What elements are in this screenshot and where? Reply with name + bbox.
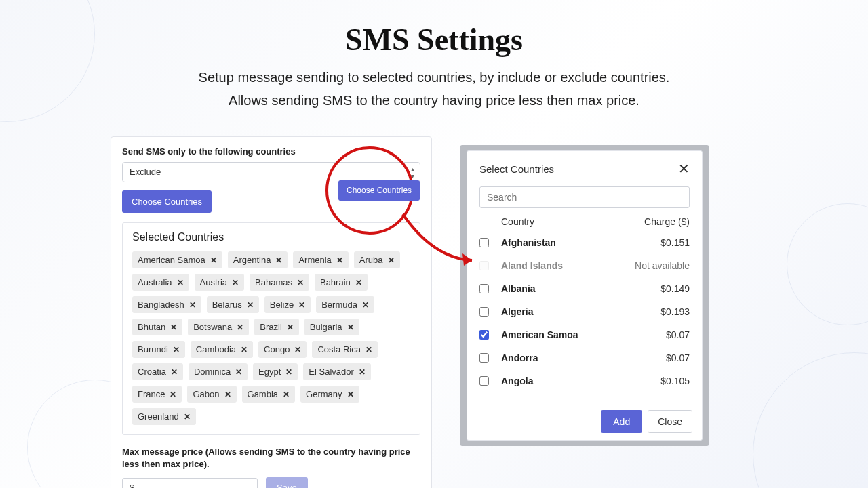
add-button[interactable]: Add	[601, 410, 642, 433]
country-tag: Egypt✕	[253, 363, 298, 380]
remove-tag-icon[interactable]: ✕	[287, 323, 294, 332]
country-name: Angola	[501, 375, 660, 386]
remove-tag-icon[interactable]: ✕	[347, 390, 354, 399]
remove-tag-icon[interactable]: ✕	[210, 256, 217, 265]
remove-tag-icon[interactable]: ✕	[283, 390, 290, 399]
country-tag: Belize✕	[264, 296, 311, 313]
remove-tag-icon[interactable]: ✕	[247, 300, 254, 310]
save-button[interactable]: Save	[266, 477, 308, 488]
country-name: Albania	[501, 283, 660, 294]
remove-tag-icon[interactable]: ✕	[355, 278, 362, 287]
country-tag: American Samoa✕	[132, 251, 222, 268]
remove-tag-icon[interactable]: ✕	[177, 278, 184, 287]
country-tag: Bermuda✕	[316, 296, 374, 313]
country-tag: Bahrain✕	[315, 274, 368, 291]
remove-tag-icon[interactable]: ✕	[388, 256, 395, 265]
remove-tag-icon[interactable]: ✕	[294, 345, 301, 354]
country-row[interactable]: Algeria$0.193	[479, 300, 690, 323]
remove-tag-icon[interactable]: ✕	[235, 367, 242, 377]
remove-tag-icon[interactable]: ✕	[189, 300, 196, 310]
arrow-icon	[396, 201, 484, 272]
remove-tag-icon[interactable]: ✕	[362, 300, 369, 310]
country-charge: $0.149	[660, 283, 690, 294]
country-tag: Congo✕	[258, 341, 307, 358]
country-tag: Botswana✕	[188, 319, 249, 336]
col-country: Country	[501, 216, 534, 227]
country-tag: Argentina✕	[228, 251, 288, 268]
country-tag: El Salvador✕	[303, 363, 370, 380]
country-charge: $0.07	[666, 352, 690, 363]
remove-tag-icon[interactable]: ✕	[237, 323, 243, 332]
country-tag: Gambia✕	[242, 386, 296, 403]
country-name: American Samoa	[501, 329, 666, 340]
remove-tag-icon[interactable]: ✕	[297, 278, 304, 287]
country-charge: Not available	[635, 260, 690, 271]
remove-tag-icon[interactable]: ✕	[275, 256, 282, 265]
country-tag: Cambodia✕	[191, 341, 253, 358]
remove-tag-icon[interactable]: ✕	[232, 278, 239, 287]
country-row[interactable]: Aland IslandsNot available	[479, 254, 690, 277]
remove-tag-icon[interactable]: ✕	[170, 323, 177, 332]
close-button[interactable]: Close	[648, 410, 692, 433]
country-tag: Bhutan✕	[132, 319, 182, 336]
choose-countries-button[interactable]: Choose Countries	[122, 190, 212, 213]
page-subhead-1: Setup message sending to selected countr…	[0, 67, 868, 87]
country-tag: Australia✕	[132, 274, 189, 291]
country-tag: Belarus✕	[207, 296, 259, 313]
remove-tag-icon[interactable]: ✕	[359, 367, 366, 377]
country-tag: Bulgaria✕	[304, 319, 359, 336]
remove-tag-icon[interactable]: ✕	[285, 367, 292, 377]
choose-countries-button-highlight[interactable]: Choose Countries	[338, 180, 420, 201]
country-row[interactable]: Angola$0.105	[479, 369, 690, 392]
remove-tag-icon[interactable]: ✕	[347, 323, 354, 332]
country-row[interactable]: Afghanistan$0.151	[479, 231, 690, 254]
country-charge: $0.07	[666, 329, 690, 340]
country-list: Afghanistan$0.151Aland IslandsNot availa…	[479, 231, 690, 392]
remove-tag-icon[interactable]: ✕	[298, 300, 305, 310]
remove-tag-icon[interactable]: ✕	[224, 390, 231, 399]
country-checkbox[interactable]	[479, 376, 489, 386]
country-name: Aland Islands	[501, 260, 635, 271]
remove-tag-icon[interactable]: ✕	[184, 412, 191, 422]
remove-tag-icon[interactable]: ✕	[336, 256, 343, 265]
page-subhead-2: Allows sending SMS to the country having…	[0, 90, 868, 110]
country-charge: $0.193	[660, 306, 690, 317]
max-price-input[interactable]	[122, 478, 258, 488]
modal-title: Select Countries	[479, 163, 554, 175]
close-icon[interactable]: ✕	[678, 161, 690, 177]
country-name: Algeria	[501, 306, 660, 317]
remove-tag-icon[interactable]: ✕	[173, 345, 180, 354]
country-row[interactable]: Andorra$0.07	[479, 346, 690, 369]
col-charge: Charge ($)	[644, 216, 690, 227]
country-tag: Aruba✕	[354, 251, 400, 268]
remove-tag-icon[interactable]: ✕	[170, 390, 176, 399]
svg-marker-0	[462, 253, 472, 266]
remove-tag-icon[interactable]: ✕	[241, 345, 248, 354]
country-tag: Greenland✕	[132, 408, 196, 425]
country-tag: Germany✕	[300, 386, 359, 403]
page-title: SMS Settings	[0, 0, 868, 58]
country-checkbox[interactable]	[479, 330, 489, 340]
country-tag: Bangladesh✕	[132, 296, 201, 313]
country-name: Afghanistan	[501, 237, 660, 248]
country-tag: Burundi✕	[132, 341, 185, 358]
selected-countries-tags: American Samoa✕Argentina✕Armenia✕Aruba✕A…	[132, 251, 410, 425]
country-tag: Costa Rica✕	[312, 341, 378, 358]
country-tag: Austria✕	[195, 274, 244, 291]
remove-tag-icon[interactable]: ✕	[366, 345, 372, 354]
country-row[interactable]: Albania$0.149	[479, 277, 690, 300]
select-countries-modal: Select Countries ✕ Country Charge ($) Af…	[467, 150, 703, 441]
country-tag: France✕	[132, 386, 182, 403]
country-name: Andorra	[501, 352, 666, 363]
country-charge: $0.105	[660, 375, 690, 386]
country-tag: Bahamas✕	[250, 274, 309, 291]
max-price-label: Max message price (Allows sending SMS to…	[122, 446, 420, 470]
remove-tag-icon[interactable]: ✕	[171, 367, 178, 377]
country-row[interactable]: American Samoa$0.07	[479, 323, 690, 346]
search-input[interactable]	[479, 186, 690, 208]
country-checkbox[interactable]	[479, 353, 489, 363]
selected-countries-box: Selected Countries American Samoa✕Argent…	[122, 222, 420, 435]
country-checkbox[interactable]	[479, 307, 489, 317]
country-checkbox[interactable]	[479, 284, 489, 293]
country-charge: $0.151	[660, 237, 690, 248]
